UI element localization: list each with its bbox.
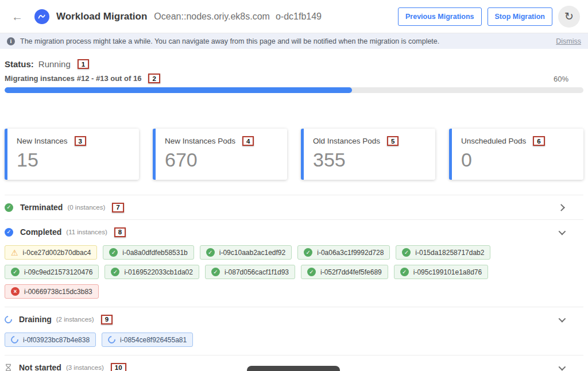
instance-chip: i-0854ce8f926455a81 — [102, 333, 193, 347]
section-name: Draining — [19, 315, 52, 324]
refresh-button[interactable]: ↻ — [558, 6, 580, 28]
check-circle-icon: ✓ — [304, 248, 312, 257]
cards-row: New Instances315New Instances Pods4670Ol… — [5, 129, 583, 180]
card-label-row: New Instances3 — [17, 136, 130, 146]
migration-progress-row: Migrating instances #12 - #13 out of 16 … — [5, 74, 583, 83]
card-label-row: Unscheduled Pods6 — [461, 136, 574, 146]
warning-triangle-icon: ⚠ — [11, 249, 18, 257]
banner-text: The migration process might take a while… — [20, 37, 439, 45]
info-banner: i The migration process might take a whi… — [0, 33, 588, 49]
section-terminated: ✓Terminated(0 instances)7 — [5, 195, 583, 219]
top-bar: ← Workload Migration Ocean::nodes.oriy.e… — [0, 0, 588, 33]
card-label: Unscheduled Pods — [461, 137, 526, 145]
status-label: Status: — [5, 59, 34, 69]
section-header-draining[interactable]: Draining(2 instances)9 — [5, 307, 583, 331]
chevron-right-icon[interactable] — [558, 204, 565, 211]
instance-chip: ✓i-09c9ed21573120476 — [5, 265, 99, 279]
instance-id: i-015da18258717dab2 — [415, 249, 484, 257]
page-title: Workload Migration — [56, 11, 147, 22]
annotation-marker-7: 7 — [112, 203, 123, 212]
section-name: Terminated — [20, 203, 63, 212]
card-value: 355 — [313, 149, 426, 171]
instance-id: i-0ce27d002b70dbac4 — [23, 249, 91, 257]
instance-id: i-09c10aab2ac1edf92 — [219, 249, 285, 257]
check-circle-icon: ✓ — [402, 248, 411, 257]
check-circle-icon: ✓ — [11, 268, 20, 276]
card-value: 670 — [165, 149, 278, 171]
instance-chip: ✓i-0a8a0dfdfeb58531b — [103, 245, 194, 260]
check-circle-icon: ✓ — [111, 268, 119, 276]
card-label-row: Old Instances Pods5 — [313, 136, 426, 146]
instance-id: i-087d056cacf1f1d93 — [225, 268, 289, 276]
instance-sections: ✓Terminated(0 instances)7✓Completed(11 i… — [5, 195, 583, 371]
annotation-marker-10: 10 — [111, 363, 126, 371]
instance-id: i-0a8a0dfdfeb58531b — [122, 249, 187, 257]
section-count: (2 instances) — [56, 316, 94, 323]
error-circle-icon: × — [11, 287, 20, 296]
chevron-down-icon[interactable] — [559, 364, 566, 371]
instance-chip: ✓i-09c10aab2ac1edf92 — [200, 245, 292, 260]
ocean-id: o-dc1fb149 — [276, 11, 322, 21]
section-header-completed[interactable]: ✓Completed(11 instances)8 — [5, 220, 583, 244]
chevron-down-icon[interactable] — [559, 315, 566, 323]
instance-id: i-00669738c15dc3b83 — [24, 288, 92, 296]
chevron-down-icon[interactable] — [559, 228, 566, 235]
annotation-marker-6: 6 — [533, 136, 544, 146]
section-draining: Draining(2 instances)9i-0f03923bc87b4e83… — [5, 307, 583, 355]
progress-bar — [5, 87, 583, 93]
summary-card-new-instances: New Instances315 — [5, 129, 139, 180]
section-count: (11 instances) — [66, 229, 107, 235]
instance-chip: ✓i-015da18258717dab2 — [396, 245, 490, 260]
chips-draining: i-0f03923bc87b4e838i-0854ce8f926455a81 — [5, 331, 583, 355]
instance-chip: ✓i-0a06a3c1f9992d728 — [297, 245, 390, 260]
bottom-overlay-bar — [247, 366, 340, 371]
back-arrow-icon[interactable]: ← — [8, 10, 26, 23]
instance-id: i-0169522033cb1da02 — [124, 268, 192, 276]
instance-id: i-0a06a3c1f9992d728 — [317, 249, 384, 257]
instance-id: i-09c9ed21573120476 — [24, 268, 92, 276]
section-count: (3 instances) — [66, 364, 104, 371]
spinner-icon — [9, 335, 20, 345]
breadcrumb: Ocean::nodes.oriy.ek8s.como-dc1fb149 — [154, 11, 322, 22]
annotation-marker-9: 9 — [101, 315, 113, 324]
status-row: Status: Running 1 — [5, 59, 583, 69]
progress-percent: 60% — [554, 75, 583, 83]
annotation-marker-8: 8 — [114, 227, 126, 237]
annotation-marker-5: 5 — [387, 136, 399, 146]
ocean-logo-icon — [34, 9, 49, 24]
migrating-instances-text: Migrating instances #12 - #13 out of 16 — [5, 74, 141, 83]
instance-chip: ⚠i-0ce27d002b70dbac4 — [5, 245, 97, 260]
refresh-icon: ↻ — [564, 11, 574, 22]
annotation-marker-1: 1 — [78, 59, 89, 69]
annotation-marker-4: 4 — [242, 136, 254, 146]
section-name: Completed — [20, 227, 61, 237]
hourglass-icon — [5, 364, 12, 371]
stop-migration-button[interactable]: Stop Migration — [488, 7, 553, 26]
cluster-name: Ocean::nodes.oriy.ek8s.com — [154, 11, 270, 21]
check-circle-icon: ✓ — [109, 248, 118, 257]
check-circle-blue-icon: ✓ — [5, 228, 13, 237]
summary-card-old-instances-pods: Old Instances Pods5355 — [301, 129, 435, 180]
dismiss-link[interactable]: Dismiss — [556, 37, 581, 45]
card-label: New Instances Pods — [165, 137, 235, 145]
annotation-marker-2: 2 — [148, 74, 160, 83]
spinner-icon — [3, 314, 13, 324]
instance-id: i-0854ce8f926455a81 — [120, 336, 187, 344]
instance-id: i-0f03923bc87b4e838 — [23, 336, 90, 344]
status-value: Running — [38, 59, 71, 69]
check-circle-icon: ✓ — [206, 248, 215, 257]
section-name: Not started — [19, 363, 61, 371]
card-label: Old Instances Pods — [313, 137, 380, 145]
progress-bar-fill — [5, 87, 352, 93]
card-label: New Instances — [17, 137, 68, 145]
instance-chip: ✓i-095c199101e1a8d76 — [394, 265, 488, 279]
section-header-terminated[interactable]: ✓Terminated(0 instances)7 — [5, 195, 583, 219]
spinner-icon — [106, 335, 117, 345]
previous-migrations-button[interactable]: Previous Migrations — [398, 7, 481, 26]
annotation-marker-3: 3 — [75, 136, 86, 146]
instance-chip: ✓i-052f7dd4fef5fe689 — [301, 265, 388, 279]
summary-card-unscheduled-pods: Unscheduled Pods60 — [449, 129, 583, 180]
info-icon: i — [7, 37, 15, 45]
card-label-row: New Instances Pods4 — [165, 136, 278, 146]
instance-id: i-052f7dd4fef5fe689 — [320, 268, 382, 276]
